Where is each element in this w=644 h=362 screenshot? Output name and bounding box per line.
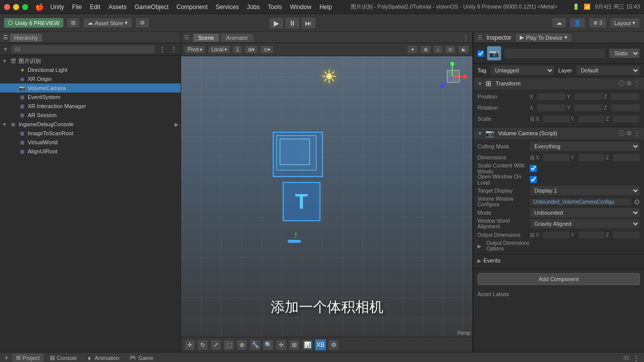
- position-x-input[interactable]: 0: [537, 93, 566, 101]
- tree-item-event-system[interactable]: ▶ ⊞ EventSystem: [0, 93, 181, 102]
- rect-tool-btn[interactable]: ⬚: [223, 339, 234, 350]
- position-z-input[interactable]: 0: [611, 93, 640, 101]
- od-x-input[interactable]: 1: [543, 231, 570, 239]
- volume-settings-btn[interactable]: ⚙: [626, 129, 632, 138]
- object-name-input[interactable]: VolumeCamera: [504, 48, 606, 58]
- xb-btn[interactable]: XB: [315, 339, 326, 350]
- dim-x-input[interactable]: 1: [543, 154, 570, 161]
- bottom-more-btn[interactable]: ⋮: [631, 353, 641, 362]
- project-tab[interactable]: ⊞ Project: [12, 353, 44, 362]
- tree-item-image-scan[interactable]: ▶ ⊞ ImageToScanRoot: [0, 129, 181, 138]
- menu-component[interactable]: Component: [173, 3, 211, 12]
- close-button[interactable]: [4, 4, 10, 10]
- tree-item-align-ui[interactable]: ▶ ⊞ AlignUIRoot: [0, 147, 181, 156]
- step-button[interactable]: ⏭: [301, 17, 316, 29]
- scale-y-input[interactable]: 1: [578, 115, 605, 123]
- menu-file[interactable]: File: [68, 3, 85, 12]
- transform-tool-btn[interactable]: ⊕: [236, 339, 248, 350]
- menu-help[interactable]: Help: [316, 3, 336, 12]
- rotation-z-input[interactable]: 0: [611, 104, 640, 112]
- rotate-tool-btn[interactable]: ↻: [197, 339, 208, 350]
- search-scene-btn[interactable]: 🔍: [263, 339, 274, 350]
- events-header[interactable]: ▶ Events: [477, 257, 640, 263]
- toolbar-icons-btn[interactable]: ⊞: [66, 18, 80, 28]
- dim-z-input[interactable]: 1: [613, 154, 640, 161]
- minimize-button[interactable]: [13, 4, 19, 10]
- hierarchy-filter-btn[interactable]: ⋮: [169, 45, 179, 53]
- unity-logo-button[interactable]: ⬡ Unity 6 PREVIEW: [4, 18, 63, 28]
- account-btn[interactable]: 👤: [570, 18, 586, 28]
- tree-item-directional-light[interactable]: ▶ ☀ Directional Light: [0, 65, 181, 74]
- play-button[interactable]: ▶: [269, 17, 284, 29]
- rotation-y-input[interactable]: 0: [574, 104, 603, 112]
- volume-camera-component-header[interactable]: ▼ 📷 Volume Camera (Script) ⓘ ⚙ ⋮: [473, 127, 644, 139]
- local-btn[interactable]: Local ▾: [208, 45, 230, 54]
- menu-jobs[interactable]: Jobs: [244, 3, 263, 12]
- tree-item-virtual-world[interactable]: ▶ ⊞ VirtualWorld: [0, 138, 181, 147]
- dim-y-input[interactable]: 1: [578, 154, 605, 161]
- tree-item-volume-camera[interactable]: ▶ 📷 VolumeCamera: [0, 83, 181, 93]
- gizmos-btn[interactable]: ⊕: [420, 45, 431, 54]
- tree-item-xr-origin[interactable]: ▶ ⊕ XR Origin: [0, 74, 181, 83]
- settings-btn[interactable]: ⚙: [135, 18, 149, 28]
- scale-content-checkbox[interactable]: [530, 165, 537, 172]
- menu-unity[interactable]: Unity: [47, 3, 67, 12]
- transform-component-header[interactable]: ▼ ⊞ Transform ⓘ ⚙ ⋮: [473, 77, 644, 89]
- fx-btn[interactable]: ✦: [407, 45, 418, 54]
- tree-item-debug-console[interactable]: ▼ ⊞ IngameDebugConsole ▶: [0, 120, 181, 129]
- game-tab[interactable]: 🎮 Game: [125, 353, 157, 362]
- hierarchy-tab[interactable]: Hierarchy: [10, 34, 42, 42]
- hierarchy-add-btn[interactable]: +: [2, 45, 9, 53]
- view-btn[interactable]: ✛: [276, 339, 287, 350]
- animation-tab[interactable]: ⏵ Animation: [83, 354, 123, 362]
- custom-tool-btn[interactable]: 🔧: [250, 339, 261, 350]
- object-active-checkbox[interactable]: [477, 50, 484, 57]
- transform-more-btn[interactable]: ⋮: [634, 79, 640, 88]
- culling-mask-select[interactable]: Everything: [530, 141, 640, 151]
- hierarchy-more-btn[interactable]: ⋮: [157, 45, 167, 53]
- stats-btn[interactable]: 📊: [302, 339, 313, 350]
- asset-store-btn[interactable]: ☁ Asset Store ▾: [83, 18, 132, 28]
- tree-item-ar-session[interactable]: ▶ ⊞ AR Session: [0, 111, 181, 120]
- tag-select[interactable]: Untagged: [491, 65, 554, 75]
- od-y-input[interactable]: 1: [578, 231, 605, 239]
- volume-window-select-btn[interactable]: ⊙: [634, 198, 640, 206]
- apple-menu[interactable]: 🍎: [35, 3, 44, 11]
- scale-x-input[interactable]: 1: [543, 115, 570, 123]
- layout-btn[interactable]: Layout ▾: [610, 18, 640, 28]
- bottom-add-btn[interactable]: +: [3, 353, 10, 362]
- scene-tab[interactable]: Scene: [193, 34, 219, 42]
- tree-item-root[interactable]: ▼ 🎬 图片识别: [0, 56, 181, 65]
- scale-z-input[interactable]: 1: [613, 115, 640, 123]
- transform-settings-btn[interactable]: ⚙: [626, 79, 632, 88]
- menu-tools[interactable]: Tools: [264, 3, 285, 12]
- static-select[interactable]: Static: [609, 48, 640, 58]
- pause-button[interactable]: ⏸: [285, 17, 300, 29]
- extra-btn[interactable]: ⚙: [328, 339, 339, 350]
- transform-info-btn[interactable]: ⓘ: [618, 79, 624, 88]
- animator-tab[interactable]: Animator: [221, 34, 253, 42]
- console-tab[interactable]: ▤ Console: [46, 353, 81, 362]
- tree-item-xr-manager[interactable]: ▶ ⊞ XR Interaction Manager: [0, 102, 181, 111]
- menu-services[interactable]: Services: [212, 3, 243, 12]
- grid-value-btn[interactable]: 1: [232, 45, 243, 54]
- volume-info-btn[interactable]: ⓘ: [618, 129, 624, 138]
- render-btn[interactable]: ☯: [458, 45, 469, 54]
- open-window-checkbox[interactable]: [530, 176, 537, 183]
- scale-tool-btn[interactable]: ⤢: [210, 339, 221, 350]
- mode-select[interactable]: Unbounded: [530, 208, 640, 218]
- collab-btn[interactable]: ☁: [552, 18, 567, 28]
- menu-assets[interactable]: Assets: [105, 3, 130, 12]
- move-tool-btn[interactable]: ✛: [184, 339, 195, 350]
- view-mode-btn[interactable]: ⊞▾: [245, 45, 258, 54]
- snap-btn[interactable]: ⊞: [289, 339, 300, 350]
- scene-canvas[interactable]: ☀: [181, 56, 472, 337]
- volume-more-btn[interactable]: ⋮: [634, 129, 640, 138]
- window-world-select[interactable]: Gravity Aligned: [530, 219, 640, 229]
- pivot-btn[interactable]: Pivot ▾: [184, 45, 206, 54]
- audio-btn[interactable]: ♪: [433, 45, 443, 54]
- maximize-button[interactable]: [22, 4, 28, 10]
- layers-btn[interactable]: ⊕ 3: [589, 18, 607, 28]
- play-to-device-btn[interactable]: ▶ Play To Device ▾: [515, 33, 572, 42]
- shading-btn[interactable]: ⊙▾: [260, 45, 274, 54]
